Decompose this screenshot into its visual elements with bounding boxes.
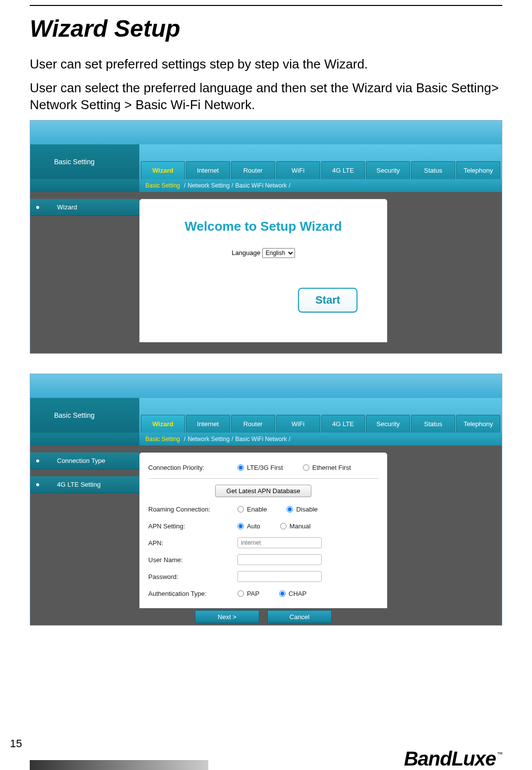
breadcrumb-network-setting[interactable]: Network Setting bbox=[187, 436, 230, 443]
radio-lte-first[interactable]: LTE/3G First bbox=[237, 464, 283, 471]
breadcrumb: Basic Setting / Network Setting / Basic … bbox=[139, 433, 502, 446]
intro-text-1: User can set preferred settings step by … bbox=[30, 56, 502, 73]
brand-logo: BandLuxe™ bbox=[404, 748, 502, 770]
tab-wizard[interactable]: Wizard bbox=[141, 415, 185, 433]
radio-apn-auto[interactable]: Auto bbox=[237, 522, 260, 530]
breadcrumb: Basic Setting / Network Setting / Basic … bbox=[139, 179, 502, 192]
wizard-welcome-title: Welcome to Setup Wizard bbox=[149, 219, 377, 234]
tab-internet[interactable]: Internet bbox=[186, 415, 230, 433]
tab-status[interactable]: Status bbox=[411, 415, 455, 433]
sidebar-item-wizard[interactable]: Wizard bbox=[30, 199, 139, 216]
tab-security[interactable]: Security bbox=[366, 161, 410, 179]
next-button[interactable]: Next > bbox=[195, 610, 259, 623]
label-password: Password: bbox=[148, 573, 237, 580]
page-number: 15 bbox=[10, 737, 22, 750]
tab-4glte[interactable]: 4G LTE bbox=[321, 161, 365, 179]
tab-internet[interactable]: Internet bbox=[186, 161, 230, 179]
tab-status[interactable]: Status bbox=[411, 161, 455, 179]
label-auth-type: Authentication Type: bbox=[148, 590, 237, 597]
language-label: Language bbox=[232, 249, 260, 257]
breadcrumb-basic-wifi[interactable]: Basic WiFi Network bbox=[235, 436, 287, 443]
sidebar-header-basic-setting[interactable]: Basic Setting bbox=[30, 144, 139, 179]
username-input[interactable] bbox=[237, 554, 322, 565]
tab-4glte[interactable]: 4G LTE bbox=[321, 415, 365, 433]
label-apn-setting: APN Setting: bbox=[148, 522, 237, 530]
tab-router[interactable]: Router bbox=[231, 415, 275, 433]
bullet-icon bbox=[36, 206, 39, 209]
language-select[interactable]: English bbox=[262, 248, 295, 258]
tab-telephony[interactable]: Telephony bbox=[456, 415, 500, 433]
label-username: User Name: bbox=[148, 556, 237, 564]
bullet-icon bbox=[36, 483, 39, 486]
tab-wifi[interactable]: WiFi bbox=[276, 415, 320, 433]
radio-apn-manual[interactable]: Manual bbox=[280, 522, 311, 530]
label-apn: APN: bbox=[148, 539, 237, 547]
label-roaming-connection: Roaming Connection: bbox=[148, 506, 237, 513]
sidebar-item-label: 4G LTE Setting bbox=[57, 481, 101, 488]
radio-ethernet-first[interactable]: Ethernet First bbox=[303, 464, 351, 471]
breadcrumb-network-setting[interactable]: Network Setting bbox=[187, 182, 230, 189]
sidebar-item-connection-type[interactable]: Connection Type bbox=[30, 452, 139, 469]
page-title: Wizard Setup bbox=[30, 15, 502, 42]
radio-roaming-enable[interactable]: Enable bbox=[237, 506, 267, 513]
start-button[interactable]: Start bbox=[298, 288, 357, 313]
tab-wizard[interactable]: Wizard bbox=[141, 161, 185, 179]
radio-roaming-disable[interactable]: Disable bbox=[287, 506, 317, 513]
radio-pap[interactable]: PAP bbox=[237, 590, 259, 597]
screenshot-wizard-connection: Basic Setting Wizard Internet Router WiF… bbox=[30, 374, 502, 626]
breadcrumb-basic-setting[interactable]: Basic Setting bbox=[145, 436, 180, 443]
tab-wifi[interactable]: WiFi bbox=[276, 161, 320, 179]
sidebar-item-label: Connection Type bbox=[57, 457, 105, 464]
sidebar-item-4g-lte-setting[interactable]: 4G LTE Setting bbox=[30, 476, 139, 493]
tab-security[interactable]: Security bbox=[366, 415, 410, 433]
tab-router[interactable]: Router bbox=[231, 161, 275, 179]
password-input[interactable] bbox=[237, 571, 322, 582]
breadcrumb-basic-setting[interactable]: Basic Setting bbox=[145, 182, 180, 189]
footer-brand-bar: BandLuxe™ bbox=[0, 749, 532, 770]
intro-text-2: User can select the preferred language a… bbox=[30, 80, 502, 114]
breadcrumb-basic-wifi[interactable]: Basic WiFi Network bbox=[235, 182, 287, 189]
label-connection-priority: Connection Priority: bbox=[148, 464, 237, 471]
sidebar-item-label: Wizard bbox=[57, 203, 77, 211]
apn-input[interactable] bbox=[237, 537, 322, 548]
sidebar-header-basic-setting[interactable]: Basic Setting bbox=[30, 398, 139, 433]
get-apn-database-button[interactable]: Get Latest APN Database bbox=[215, 485, 312, 497]
screenshot-wizard-welcome: Basic Setting Wizard Internet Router WiF… bbox=[30, 120, 502, 354]
bullet-icon bbox=[36, 459, 39, 462]
tab-telephony[interactable]: Telephony bbox=[456, 161, 500, 179]
trademark-icon: ™ bbox=[497, 751, 502, 758]
cancel-button[interactable]: Cancel bbox=[267, 610, 332, 623]
radio-chap[interactable]: CHAP bbox=[279, 590, 306, 597]
